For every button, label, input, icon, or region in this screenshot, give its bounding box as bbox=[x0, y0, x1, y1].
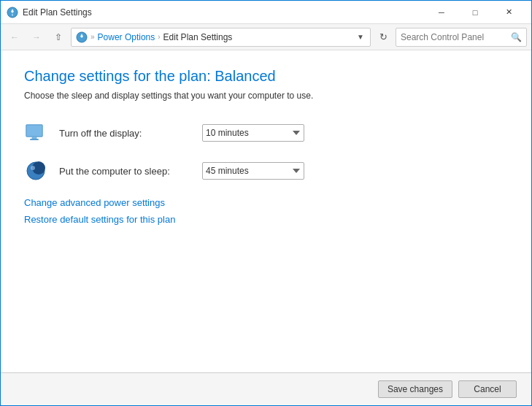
main-panel: Change settings for the plan: Balanced C… bbox=[1, 50, 531, 372]
breadcrumb-icon bbox=[76, 31, 88, 43]
save-changes-button[interactable]: Save changes bbox=[378, 380, 452, 398]
back-button[interactable]: ← bbox=[5, 28, 24, 47]
sleep-select[interactable]: 1 minute 5 minutes 10 minutes 15 minutes… bbox=[202, 162, 304, 180]
display-setting-row: Turn off the display: 1 minute 2 minutes… bbox=[24, 121, 508, 145]
cancel-button[interactable]: Cancel bbox=[458, 380, 517, 398]
breadcrumb-sep1: » bbox=[90, 33, 95, 41]
content-area: Change settings for the plan: Balanced C… bbox=[1, 50, 531, 405]
breadcrumb-current: Edit Plan Settings bbox=[163, 32, 233, 42]
display-label: Turn off the display: bbox=[59, 128, 190, 139]
search-box: 🔍 bbox=[396, 28, 527, 47]
minimize-button[interactable]: ─ bbox=[425, 1, 458, 24]
main-window: Edit Plan Settings ─ □ ✕ ← → ⇧ » Power O… bbox=[0, 0, 532, 406]
title-bar: Edit Plan Settings ─ □ ✕ bbox=[1, 1, 531, 24]
breadcrumb-bar: » Power Options › Edit Plan Settings ▼ bbox=[71, 28, 371, 47]
window-icon bbox=[7, 7, 18, 18]
up-button[interactable]: ⇧ bbox=[49, 28, 68, 47]
sleep-label: Put the computer to sleep: bbox=[59, 166, 190, 177]
sleep-icon bbox=[24, 159, 47, 183]
svg-rect-3 bbox=[27, 126, 42, 136]
refresh-button[interactable]: ↻ bbox=[374, 28, 393, 47]
svg-rect-5 bbox=[30, 139, 39, 140]
page-title: Change settings for the plan: Balanced bbox=[24, 68, 508, 85]
search-icon[interactable]: 🔍 bbox=[511, 32, 522, 42]
svg-rect-4 bbox=[32, 137, 36, 139]
breadcrumb-sep2: › bbox=[158, 33, 160, 41]
svg-point-8 bbox=[31, 166, 35, 170]
address-bar: ← → ⇧ » Power Options › Edit Plan Settin… bbox=[1, 24, 531, 50]
footer-bar: Save changes Cancel bbox=[1, 372, 531, 405]
window-title: Edit Plan Settings bbox=[23, 7, 425, 18]
page-subtitle: Choose the sleep and display settings th… bbox=[24, 91, 508, 101]
display-select[interactable]: 1 minute 2 minutes 5 minutes 10 minutes … bbox=[202, 124, 304, 142]
close-button[interactable]: ✕ bbox=[492, 1, 525, 24]
breadcrumb-link-power-options[interactable]: Power Options bbox=[98, 32, 155, 42]
display-icon bbox=[24, 121, 47, 145]
restore-defaults-link[interactable]: Restore default settings for this plan bbox=[24, 214, 508, 225]
sleep-setting-row: Put the computer to sleep: 1 minute 5 mi… bbox=[24, 159, 508, 183]
maximize-button[interactable]: □ bbox=[458, 1, 492, 24]
advanced-power-settings-link[interactable]: Change advanced power settings bbox=[24, 197, 508, 208]
forward-button[interactable]: → bbox=[27, 28, 46, 47]
window-controls: ─ □ ✕ bbox=[425, 1, 525, 24]
links-section: Change advanced power settings Restore d… bbox=[24, 197, 508, 225]
search-input[interactable] bbox=[401, 32, 511, 42]
address-dropdown-icon[interactable]: ▼ bbox=[355, 33, 366, 41]
